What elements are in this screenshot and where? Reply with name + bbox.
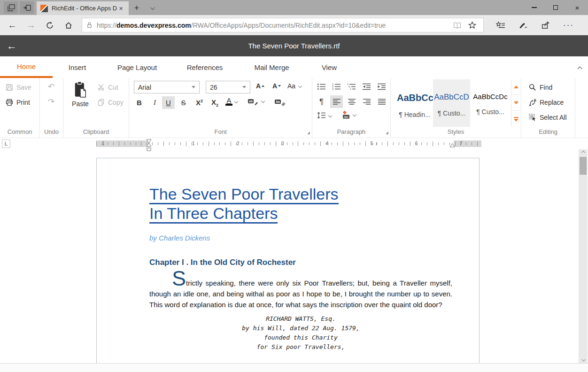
font-family-combobox[interactable]: Arial	[134, 81, 200, 93]
chevron-down-icon	[234, 100, 238, 103]
multilevel-list-button[interactable]: 1a1	[347, 83, 356, 90]
tab-close-icon[interactable]: ×	[117, 4, 125, 12]
tab-home[interactable]: Home	[0, 56, 53, 78]
indent-marker-left[interactable]	[146, 139, 152, 152]
grow-font-button[interactable]: A	[256, 82, 264, 90]
minimize-button[interactable]	[523, 0, 545, 15]
italic-button[interactable]: I	[148, 96, 161, 109]
underline-button[interactable]: U	[162, 96, 175, 109]
replace-icon: AB	[529, 99, 536, 106]
chevron-down-icon	[353, 113, 356, 116]
styles-more-button[interactable]	[511, 111, 520, 127]
style-card-custom-2[interactable]: AaBbCcDc ¶ Custo...	[471, 79, 510, 127]
scroll-down-button[interactable]	[579, 356, 588, 363]
browser-tab[interactable]: RichEdit - Office Apps D ×	[37, 1, 129, 15]
vertical-scrollbar[interactable]	[579, 149, 588, 363]
cut-button[interactable]: Cut	[97, 84, 118, 91]
hub-icon	[496, 21, 505, 29]
decrease-indent-button[interactable]	[362, 83, 371, 90]
numbered-list-button[interactable]: 123	[332, 83, 341, 90]
style-card-custom-1[interactable]: AaBbCcD ¶ Custo...	[433, 79, 470, 127]
clear-formatting-button[interactable]: Aa	[275, 97, 286, 106]
more-bar-icon	[514, 117, 518, 118]
scroll-up-icon	[514, 85, 518, 88]
paste-button[interactable]: Paste	[67, 80, 93, 117]
align-center-button[interactable]	[345, 95, 358, 108]
web-note-button[interactable]	[518, 21, 528, 29]
inscription-line: founded this Charity	[149, 333, 452, 342]
change-case-button[interactable]: Aa	[287, 82, 302, 90]
home-button[interactable]	[59, 21, 78, 30]
add-favorite-button[interactable]	[468, 21, 476, 29]
address-bar[interactable]: https://demos.devexpress.com/RWA/OfficeA…	[82, 18, 484, 32]
window-controls: ×	[523, 0, 588, 15]
settings-more-button[interactable]: ···	[563, 21, 574, 30]
close-button[interactable]: ×	[566, 0, 588, 15]
align-left-button[interactable]	[330, 95, 343, 108]
show-marks-button[interactable]: ¶	[315, 95, 328, 108]
replace-button[interactable]: AB Replace	[529, 99, 564, 106]
style-card-heading[interactable]: AaBbCc ¶ Headin...	[397, 79, 433, 127]
group-label-font: Font	[129, 128, 312, 135]
styles-scroll-down-button[interactable]	[511, 95, 520, 111]
horizontal-scrollbar-area[interactable]	[0, 363, 588, 372]
ruler-number: 7	[460, 141, 463, 146]
redo-button[interactable]: ↷	[48, 97, 54, 107]
chevron-down-icon	[328, 113, 332, 117]
select-all-button[interactable]: Select All	[529, 114, 567, 121]
shrink-font-button[interactable]: A	[272, 82, 281, 90]
scrollbar-thumb[interactable]	[580, 157, 587, 175]
tab-mail-merge[interactable]: Mail Merge	[237, 56, 306, 78]
indent-marker-right[interactable]	[449, 143, 455, 147]
increase-indent-icon	[377, 83, 386, 90]
set-tabs-aside-button[interactable]	[20, 1, 34, 14]
subscript-button[interactable]: X2	[209, 96, 221, 109]
collapse-ribbon-button[interactable]	[578, 64, 581, 72]
group-editing: Find AB Replace Select All Editing	[521, 78, 575, 138]
align-right-button[interactable]	[360, 95, 373, 108]
font-color-button[interactable]: A	[225, 98, 238, 106]
share-button[interactable]	[541, 21, 550, 29]
paragraph-dialog-launcher-icon[interactable]	[386, 132, 388, 134]
document-page[interactable]: The Seven Poor Travellers In Three Chapt…	[96, 158, 480, 363]
align-left-icon	[333, 99, 341, 105]
highlight-button[interactable]: ab	[248, 97, 264, 105]
grow-arrow-icon	[262, 85, 264, 87]
forward-button[interactable]: →	[22, 20, 40, 31]
hub-favorites-button[interactable]	[496, 21, 505, 29]
new-tab-button[interactable]: +	[129, 1, 145, 15]
find-button[interactable]: Find	[529, 84, 552, 91]
group-paragraph: 123 1a1 ¶	[312, 78, 391, 138]
maximize-button[interactable]	[545, 0, 566, 15]
back-button[interactable]: ←	[3, 20, 22, 31]
save-button[interactable]: Save	[6, 84, 31, 91]
bold-button[interactable]: B	[133, 96, 146, 109]
strikethrough-button[interactable]: S	[177, 96, 190, 109]
horizontal-ruler[interactable]: 1 1 2 3 4 5 6 7	[96, 140, 481, 147]
bullet-list-button[interactable]	[317, 83, 326, 90]
justify-button[interactable]	[375, 95, 388, 108]
tab-insert[interactable]: Insert	[53, 56, 102, 78]
refresh-button[interactable]	[40, 21, 59, 30]
font-dialog-launcher-icon[interactable]	[307, 132, 310, 134]
chevron-down-icon	[298, 84, 302, 88]
tab-references[interactable]: References	[172, 56, 237, 78]
ruler-number: 5	[371, 141, 373, 146]
line-spacing-button[interactable]	[317, 112, 332, 119]
tab-view[interactable]: View	[306, 56, 352, 78]
shading-button[interactable]: ABC	[341, 110, 356, 119]
tab-page-layout[interactable]: Page Layout	[102, 56, 172, 78]
copy-button[interactable]: Copy	[97, 99, 124, 106]
scroll-up-button[interactable]	[579, 149, 588, 156]
lock-icon	[86, 22, 93, 29]
reading-view-button[interactable]	[453, 22, 462, 29]
superscript-button[interactable]: X2	[193, 96, 206, 109]
styles-scroll-up-button[interactable]	[511, 79, 520, 95]
font-size-combobox[interactable]: 26	[206, 81, 250, 93]
increase-indent-button[interactable]	[377, 83, 386, 90]
tab-list-chevron-icon[interactable]	[145, 1, 159, 15]
tab-preview-button[interactable]	[4, 1, 18, 14]
tab-stop-selector[interactable]: L	[2, 140, 10, 148]
print-button[interactable]: Print	[6, 99, 30, 106]
undo-button[interactable]: ↶	[48, 82, 54, 92]
